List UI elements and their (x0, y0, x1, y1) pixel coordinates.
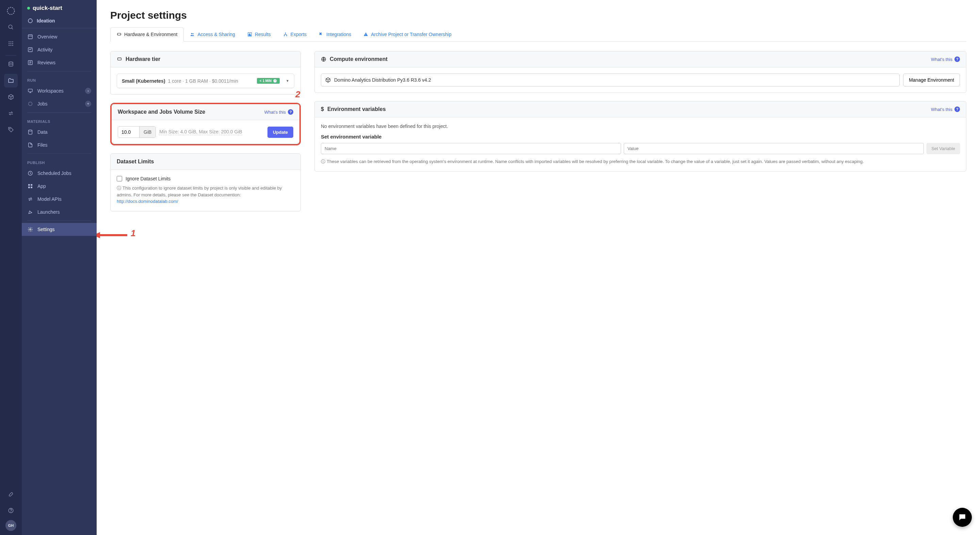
svg-rect-41 (118, 58, 121, 60)
sidebar-item-data[interactable]: Data (22, 126, 97, 139)
sidebar-item-settings[interactable]: Settings (22, 223, 97, 236)
svg-rect-36 (285, 32, 285, 33)
sidebar-item-activity[interactable]: Activity (22, 43, 97, 56)
wrench-icon[interactable] (4, 487, 18, 501)
cube-icon[interactable] (4, 90, 18, 104)
chat-bubble-button[interactable] (953, 508, 972, 527)
annotation-number-1: 1 (130, 228, 135, 239)
tier-badge: < 1 MIN 🕐 (257, 78, 280, 84)
avatar[interactable]: GH (5, 520, 16, 531)
api-icon (27, 196, 33, 202)
database-icon[interactable] (4, 57, 18, 71)
sidebar-item-label: Settings (37, 227, 55, 232)
help-icon[interactable] (4, 504, 18, 517)
home-icon (27, 34, 33, 40)
envvars-empty-text: No environment variables have been defin… (321, 124, 960, 129)
checkbox-label: Ignore Dataset Limits (126, 176, 170, 182)
question-icon: ? (955, 107, 960, 112)
dataset-docs-link[interactable]: http://docs.dominodatalab.com/ (117, 199, 178, 204)
activity-icon (27, 47, 33, 53)
tab-results[interactable]: Results (241, 27, 277, 41)
ideation-row[interactable]: Ideation (22, 15, 97, 28)
sidebar-item-label: Model APIs (37, 196, 62, 202)
whats-this-link[interactable]: What's this ? (264, 109, 293, 115)
users-icon (190, 32, 195, 37)
svg-rect-17 (28, 35, 32, 39)
tab-integrations[interactable]: Integrations (313, 27, 357, 41)
tag-icon[interactable] (4, 123, 18, 137)
svg-point-11 (12, 45, 13, 46)
hardware-tier-select[interactable]: Small (Kubernetes) 1 core · 1 GB RAM · $… (117, 73, 294, 88)
envvar-value-input[interactable] (624, 143, 924, 154)
sidebar-item-overview[interactable]: Overview (22, 30, 97, 43)
plus-icon[interactable]: + (85, 101, 91, 107)
question-icon: ? (955, 56, 960, 62)
envvar-name-input[interactable] (321, 143, 621, 154)
sidebar-item-reviews[interactable]: Reviews (22, 56, 97, 69)
volume-size-input[interactable] (118, 127, 139, 137)
sidebar-item-app[interactable]: App (22, 180, 97, 193)
environment-select[interactable]: Domino Analytics Distribution Py3.6 R3.6… (321, 73, 900, 86)
chart-icon (247, 32, 252, 37)
chevron-down-icon: ▼ (286, 79, 289, 83)
sidebar-item-jobs[interactable]: Jobs + (22, 97, 97, 110)
tab-label: Access & Sharing (197, 32, 235, 37)
environment-name: Domino Analytics Distribution Py3.6 R3.6… (334, 77, 431, 83)
sitemap-icon (283, 32, 288, 37)
sidebar-item-model-apis[interactable]: Model APIs (22, 193, 97, 205)
svg-rect-37 (284, 35, 285, 36)
panel-title: Environment variables (327, 106, 386, 112)
tab-access[interactable]: Access & Sharing (184, 27, 241, 41)
rail-divider (5, 55, 16, 56)
tab-hardware[interactable]: Hardware & Environment (110, 27, 184, 41)
folder-icon[interactable] (4, 74, 18, 88)
svg-rect-34 (250, 33, 250, 35)
svg-rect-33 (249, 34, 249, 36)
sidebar-divider (27, 71, 91, 72)
cube-icon (325, 77, 331, 83)
svg-rect-26 (28, 186, 30, 188)
sidebar-item-label: Launchers (37, 209, 60, 215)
sidebar-item-label: Activity (37, 47, 52, 53)
ignore-dataset-limits-checkbox[interactable] (117, 176, 122, 182)
tier-name: Small (Kubernetes) (122, 78, 165, 84)
sidebar-item-files[interactable]: Files (22, 139, 97, 151)
panel-title: Dataset Limits (117, 159, 154, 165)
sidebar-item-workspaces[interactable]: Workspaces › (22, 84, 97, 97)
launcher-icon (27, 209, 33, 215)
svg-rect-20 (28, 89, 32, 92)
svg-point-31 (192, 33, 194, 34)
sidebar-item-label: Workspaces (37, 88, 64, 94)
whats-this-link[interactable]: What's this ? (931, 107, 960, 112)
volume-unit: GiB (139, 127, 156, 137)
compass-icon (27, 18, 33, 24)
svg-point-7 (11, 43, 11, 44)
update-button[interactable]: Update (267, 127, 293, 138)
tab-exports[interactable]: Exports (277, 27, 313, 41)
reviews-icon (27, 60, 33, 66)
sidebar-item-launchers[interactable]: Launchers (22, 205, 97, 218)
svg-point-3 (8, 41, 10, 42)
volume-size-panel: Workspace and Jobs Volume Size What's th… (110, 103, 301, 145)
logo-icon[interactable] (4, 4, 18, 18)
manage-environment-button[interactable]: Manage Environment (903, 73, 960, 86)
grid-icon[interactable] (4, 37, 18, 50)
panel-title: Compute environment (330, 56, 388, 62)
monitor-icon (27, 88, 33, 94)
tab-label: Integrations (326, 32, 351, 37)
set-variable-button[interactable]: Set Variable (927, 143, 960, 154)
tab-label: Hardware & Environment (124, 32, 177, 37)
icon-rail: GH (0, 0, 22, 535)
tab-archive[interactable]: Archive Project or Transfer Ownership (357, 27, 458, 41)
transfer-icon[interactable] (4, 107, 18, 120)
panel-title: Hardware tier (126, 56, 160, 62)
envvars-info-text: ⓘThese variables can be retrieved from t… (321, 158, 960, 165)
sidebar-item-scheduled-jobs[interactable]: Scheduled Jobs (22, 167, 97, 180)
annotation-arrow-1 (97, 230, 130, 240)
whats-this-link[interactable]: What's this ? (931, 56, 960, 62)
puzzle-icon (319, 32, 324, 37)
clock-icon (27, 170, 33, 176)
svg-point-12 (9, 62, 13, 64)
search-icon[interactable] (4, 21, 18, 34)
svg-point-22 (29, 130, 32, 131)
